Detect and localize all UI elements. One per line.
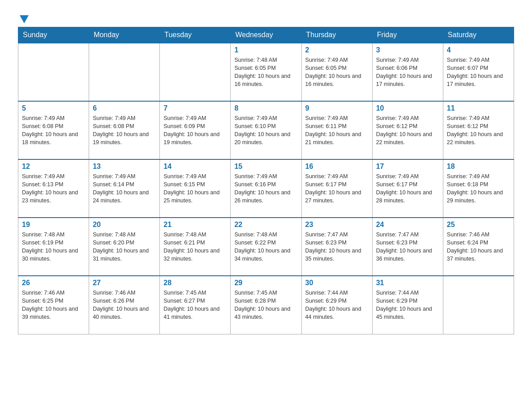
day-info: Sunrise: 7:47 AMSunset: 6:23 PMDaylight:…: [376, 231, 439, 263]
day-info: Sunrise: 7:46 AMSunset: 6:25 PMDaylight:…: [22, 289, 85, 321]
day-number: 9: [305, 104, 369, 112]
day-number: 2: [305, 46, 369, 54]
calendar-cell: 19Sunrise: 7:48 AMSunset: 6:19 PMDayligh…: [18, 218, 89, 276]
calendar-cell: 23Sunrise: 7:47 AMSunset: 6:23 PMDayligh…: [301, 218, 372, 276]
day-number: 1: [234, 46, 297, 54]
day-number: 19: [22, 221, 85, 229]
calendar-cell: 29Sunrise: 7:45 AMSunset: 6:28 PMDayligh…: [231, 276, 301, 334]
weekday-header-tuesday: Tuesday: [160, 27, 231, 43]
calendar-cell: 13Sunrise: 7:49 AMSunset: 6:14 PMDayligh…: [89, 159, 160, 218]
calendar-cell: 17Sunrise: 7:49 AMSunset: 6:17 PMDayligh…: [372, 159, 443, 218]
day-number: 18: [447, 163, 510, 171]
day-number: 3: [376, 46, 439, 54]
calendar-cell: 11Sunrise: 7:49 AMSunset: 6:12 PMDayligh…: [443, 101, 514, 159]
calendar-cell: 3Sunrise: 7:49 AMSunset: 6:06 PMDaylight…: [372, 43, 443, 101]
day-number: 15: [234, 163, 297, 171]
day-info: Sunrise: 7:45 AMSunset: 6:28 PMDaylight:…: [234, 289, 297, 321]
weekday-header-saturday: Saturday: [443, 27, 514, 43]
calendar-cell: [160, 43, 231, 101]
calendar-week-2: 5Sunrise: 7:49 AMSunset: 6:08 PMDaylight…: [18, 101, 514, 159]
day-info: Sunrise: 7:44 AMSunset: 6:29 PMDaylight:…: [376, 289, 439, 321]
calendar-table: SundayMondayTuesdayWednesdayThursdayFrid…: [18, 27, 514, 334]
calendar-cell: 4Sunrise: 7:49 AMSunset: 6:07 PMDaylight…: [443, 43, 514, 101]
calendar-cell: 18Sunrise: 7:49 AMSunset: 6:18 PMDayligh…: [443, 159, 514, 218]
day-number: 25: [447, 221, 510, 229]
calendar-cell: 21Sunrise: 7:48 AMSunset: 6:21 PMDayligh…: [160, 218, 231, 276]
day-number: 13: [93, 163, 156, 171]
day-number: 11: [447, 104, 510, 112]
calendar-week-1: 1Sunrise: 7:48 AMSunset: 6:05 PMDaylight…: [18, 43, 514, 101]
logo: [18, 13, 29, 21]
calendar-cell: 9Sunrise: 7:49 AMSunset: 6:11 PMDaylight…: [301, 101, 372, 159]
weekday-header-monday: Monday: [89, 27, 160, 43]
calendar-cell: [18, 43, 89, 101]
day-number: 20: [93, 221, 156, 229]
page-header: [18, 13, 514, 21]
calendar-week-4: 19Sunrise: 7:48 AMSunset: 6:19 PMDayligh…: [18, 218, 514, 276]
day-info: Sunrise: 7:49 AMSunset: 6:13 PMDaylight:…: [22, 172, 85, 205]
day-number: 26: [22, 279, 85, 287]
calendar-cell: 27Sunrise: 7:46 AMSunset: 6:26 PMDayligh…: [89, 276, 160, 334]
calendar-week-3: 12Sunrise: 7:49 AMSunset: 6:13 PMDayligh…: [18, 159, 514, 218]
day-info: Sunrise: 7:48 AMSunset: 6:19 PMDaylight:…: [22, 231, 85, 263]
day-number: 31: [376, 279, 439, 287]
day-info: Sunrise: 7:49 AMSunset: 6:09 PMDaylight:…: [163, 114, 227, 147]
day-info: Sunrise: 7:49 AMSunset: 6:08 PMDaylight:…: [22, 114, 85, 147]
day-info: Sunrise: 7:47 AMSunset: 6:23 PMDaylight:…: [305, 231, 369, 263]
day-info: Sunrise: 7:46 AMSunset: 6:26 PMDaylight:…: [93, 289, 156, 321]
calendar-cell: 14Sunrise: 7:49 AMSunset: 6:15 PMDayligh…: [160, 159, 231, 218]
day-info: Sunrise: 7:49 AMSunset: 6:17 PMDaylight:…: [376, 172, 439, 205]
day-number: 6: [93, 104, 156, 112]
calendar-week-5: 26Sunrise: 7:46 AMSunset: 6:25 PMDayligh…: [18, 276, 514, 334]
day-info: Sunrise: 7:49 AMSunset: 6:07 PMDaylight:…: [447, 56, 510, 89]
day-info: Sunrise: 7:48 AMSunset: 6:21 PMDaylight:…: [163, 231, 227, 263]
day-info: Sunrise: 7:49 AMSunset: 6:17 PMDaylight:…: [305, 172, 369, 205]
weekday-header-sunday: Sunday: [18, 27, 89, 43]
calendar-cell: 1Sunrise: 7:48 AMSunset: 6:05 PMDaylight…: [231, 43, 301, 101]
logo-arrow-icon: [20, 15, 29, 23]
day-number: 12: [22, 163, 85, 171]
day-info: Sunrise: 7:49 AMSunset: 6:08 PMDaylight:…: [93, 114, 156, 147]
day-number: 24: [376, 221, 439, 229]
weekday-header-row: SundayMondayTuesdayWednesdayThursdayFrid…: [18, 27, 514, 43]
day-number: 21: [163, 221, 227, 229]
day-number: 5: [22, 104, 85, 112]
day-info: Sunrise: 7:49 AMSunset: 6:15 PMDaylight:…: [163, 172, 227, 205]
day-info: Sunrise: 7:49 AMSunset: 6:16 PMDaylight:…: [234, 172, 297, 205]
calendar-cell: 24Sunrise: 7:47 AMSunset: 6:23 PMDayligh…: [372, 218, 443, 276]
day-number: 7: [163, 104, 227, 112]
day-info: Sunrise: 7:49 AMSunset: 6:18 PMDaylight:…: [447, 172, 510, 205]
day-info: Sunrise: 7:49 AMSunset: 6:06 PMDaylight:…: [376, 56, 439, 89]
day-number: 4: [447, 46, 510, 54]
calendar-cell: 31Sunrise: 7:44 AMSunset: 6:29 PMDayligh…: [372, 276, 443, 334]
calendar-cell: 28Sunrise: 7:45 AMSunset: 6:27 PMDayligh…: [160, 276, 231, 334]
day-info: Sunrise: 7:48 AMSunset: 6:05 PMDaylight:…: [234, 56, 297, 89]
day-info: Sunrise: 7:49 AMSunset: 6:10 PMDaylight:…: [234, 114, 297, 147]
day-info: Sunrise: 7:48 AMSunset: 6:22 PMDaylight:…: [234, 231, 297, 263]
day-number: 8: [234, 104, 297, 112]
calendar-cell: 30Sunrise: 7:44 AMSunset: 6:29 PMDayligh…: [301, 276, 372, 334]
day-info: Sunrise: 7:45 AMSunset: 6:27 PMDaylight:…: [163, 289, 227, 321]
day-number: 16: [305, 163, 369, 171]
calendar-cell: 26Sunrise: 7:46 AMSunset: 6:25 PMDayligh…: [18, 276, 89, 334]
calendar-cell: 2Sunrise: 7:49 AMSunset: 6:05 PMDaylight…: [301, 43, 372, 101]
calendar-cell: 5Sunrise: 7:49 AMSunset: 6:08 PMDaylight…: [18, 101, 89, 159]
day-info: Sunrise: 7:49 AMSunset: 6:11 PMDaylight:…: [305, 114, 369, 147]
calendar-cell: 8Sunrise: 7:49 AMSunset: 6:10 PMDaylight…: [231, 101, 301, 159]
day-info: Sunrise: 7:44 AMSunset: 6:29 PMDaylight:…: [305, 289, 369, 321]
day-info: Sunrise: 7:48 AMSunset: 6:20 PMDaylight:…: [93, 231, 156, 263]
day-info: Sunrise: 7:49 AMSunset: 6:12 PMDaylight:…: [447, 114, 510, 147]
calendar-cell: [443, 276, 514, 334]
day-number: 17: [376, 163, 439, 171]
calendar-cell: 10Sunrise: 7:49 AMSunset: 6:12 PMDayligh…: [372, 101, 443, 159]
day-info: Sunrise: 7:46 AMSunset: 6:24 PMDaylight:…: [447, 231, 510, 263]
calendar-cell: 20Sunrise: 7:48 AMSunset: 6:20 PMDayligh…: [89, 218, 160, 276]
day-info: Sunrise: 7:49 AMSunset: 6:14 PMDaylight:…: [93, 172, 156, 205]
weekday-header-friday: Friday: [372, 27, 443, 43]
day-number: 23: [305, 221, 369, 229]
day-number: 10: [376, 104, 439, 112]
day-number: 14: [163, 163, 227, 171]
day-number: 27: [93, 279, 156, 287]
day-number: 29: [234, 279, 297, 287]
day-number: 22: [234, 221, 297, 229]
